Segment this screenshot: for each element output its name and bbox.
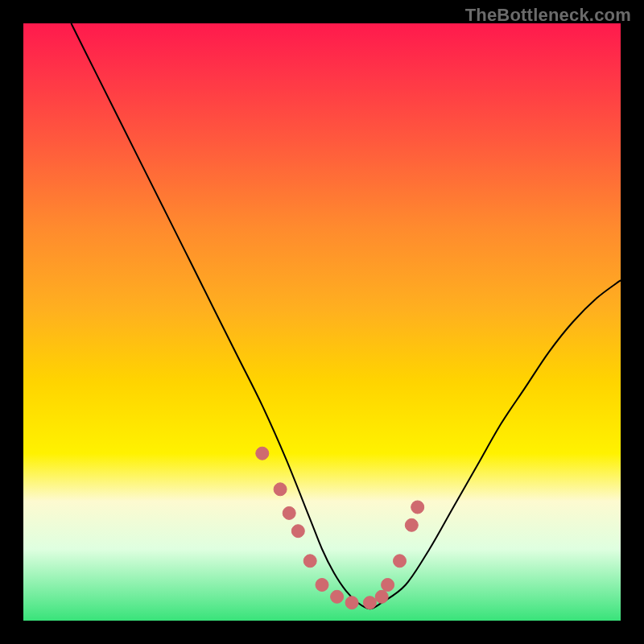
marker-point	[316, 579, 328, 592]
marker-point	[382, 579, 394, 592]
marker-point	[256, 447, 269, 460]
marker-point	[345, 597, 358, 609]
marker-group	[256, 447, 424, 609]
marker-point	[331, 590, 344, 603]
marker-point	[303, 555, 316, 568]
marker-point	[411, 501, 424, 514]
marker-point	[291, 525, 304, 538]
marker-point	[405, 518, 418, 531]
marker-point	[274, 483, 287, 496]
chart-plot-area	[23, 23, 621, 621]
bottleneck-curve	[71, 23, 621, 609]
marker-point	[283, 506, 295, 519]
marker-point	[394, 555, 407, 568]
marker-point	[363, 597, 376, 609]
marker-point	[375, 590, 388, 603]
chart-svg	[23, 23, 621, 621]
watermark-text: TheBottleneck.com	[465, 5, 631, 26]
